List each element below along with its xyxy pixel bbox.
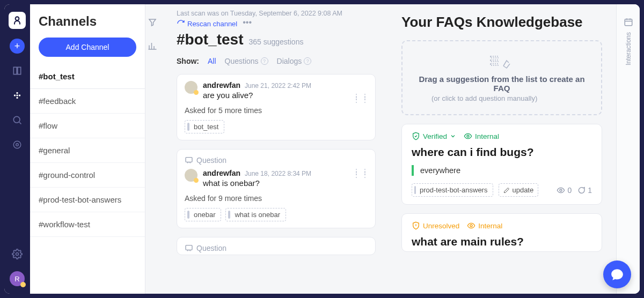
svg-point-17	[470, 225, 472, 227]
svg-point-16	[560, 189, 562, 191]
svg-rect-14	[491, 64, 498, 65]
pencil-icon	[503, 187, 510, 193]
tag[interactable]: bot_test	[185, 120, 224, 133]
svg-point-7	[13, 141, 21, 148]
gear-icon[interactable]	[10, 247, 25, 262]
faq-question: where can i find bugs?	[412, 146, 592, 159]
eye-icon	[467, 221, 475, 230]
question-icon	[185, 156, 193, 165]
faq-card[interactable]: Unresolved Internal what are main rules?	[401, 213, 602, 252]
drag-handle-icon[interactable]: ⋮⋮⋮⋮	[353, 95, 370, 101]
comment-icon	[577, 186, 586, 195]
chrome-icon[interactable]	[10, 137, 25, 152]
tag[interactable]: what is onebar	[225, 208, 286, 221]
shield-alert-icon	[412, 221, 420, 230]
svg-point-9	[16, 253, 19, 256]
update-button[interactable]: update	[499, 183, 538, 197]
shield-check-icon	[412, 132, 420, 140]
channel-item[interactable]: #feedback	[30, 89, 145, 114]
svg-point-15	[467, 135, 469, 137]
tag[interactable]: onebar	[185, 208, 221, 221]
channel-title: #bot_test	[177, 31, 243, 48]
suggestion-card[interactable]: Question	[177, 237, 376, 255]
kb-title: Your FAQs Knowledgebase	[401, 14, 602, 31]
app-logo[interactable]	[9, 12, 26, 29]
dropzone-sub-text: (or click to add question manually)	[416, 94, 537, 102]
rescan-label: Rescan channel	[187, 20, 237, 28]
faq-dropzone[interactable]: Drag a suggestion from the list to creat…	[401, 40, 602, 115]
help-icon[interactable]: ?	[261, 57, 268, 65]
status-label: Verified	[423, 132, 447, 140]
calendar-icon	[624, 17, 633, 27]
drag-handle-icon[interactable]: ⋮⋮⋮⋮	[353, 170, 370, 176]
filter-dialogs[interactable]: Dialogs ?	[277, 57, 312, 65]
svg-rect-4	[17, 97, 18, 99]
slack-icon[interactable]	[10, 88, 25, 103]
card-type-label: Question	[196, 156, 226, 165]
suggestions-panel: Last scan was on Tuesday, September 6, 2…	[165, 4, 387, 294]
svg-rect-3	[19, 95, 20, 96]
search-icon[interactable]	[10, 113, 25, 128]
channel-item[interactable]: #flow	[30, 114, 145, 138]
app-root: + R Channels Add Channel #bot_test #feed…	[4, 4, 640, 294]
faq-card[interactable]: Verified Internal where can i find bugs?…	[401, 124, 602, 205]
avatar	[185, 81, 197, 94]
message-text: are you alive?	[203, 91, 311, 100]
channel-item[interactable]: #workflow-test	[30, 212, 145, 237]
add-button[interactable]: +	[10, 39, 25, 54]
filter-all[interactable]: All	[208, 57, 216, 65]
show-label: Show:	[177, 57, 199, 65]
chat-fab[interactable]	[603, 260, 631, 288]
book-icon[interactable]	[10, 63, 25, 78]
svg-rect-1	[14, 95, 16, 96]
svg-rect-2	[17, 92, 18, 94]
suggestion-card[interactable]: Question andrewfan June 18, 2022 8:34 PM…	[177, 149, 376, 228]
chevron-down-icon	[450, 133, 456, 139]
filter-dialogs-label: Dialogs	[277, 57, 302, 65]
scope-badge[interactable]: Internal	[467, 221, 502, 230]
status-label: Unresolved	[423, 222, 459, 230]
svg-rect-18	[625, 19, 632, 26]
svg-point-6	[13, 116, 20, 123]
channels-sidebar: Channels Add Channel #bot_test #feedback…	[30, 4, 145, 294]
last-scan-text: Last scan was on Tuesday, September 6, 2…	[177, 10, 376, 17]
scope-badge[interactable]: Internal	[464, 132, 499, 140]
channel-item[interactable]: #bot_test	[30, 64, 145, 89]
add-channel-button[interactable]: Add Channel	[39, 38, 136, 57]
interactions-label: Interactions	[625, 32, 632, 65]
message-text: what is onebar?	[203, 178, 311, 188]
faq-answer: everywhere	[412, 165, 592, 176]
nav-rail: + R	[4, 4, 30, 294]
svg-rect-10	[186, 158, 192, 162]
channels-title: Channels	[30, 4, 145, 35]
svg-rect-5	[17, 95, 18, 96]
timestamp: June 18, 2022 8:34 PM	[245, 170, 311, 177]
timestamp: June 21, 2022 2:42 PM	[245, 82, 311, 90]
username: andrewfan	[203, 169, 240, 177]
update-label: update	[512, 186, 533, 194]
channel-item[interactable]: #general	[30, 138, 145, 163]
faq-tag[interactable]: prod-test-bot-answers	[412, 183, 493, 197]
dropzone-main-text: Drag a suggestion from the list to creat…	[416, 74, 587, 93]
asked-count: Asked for 9 more times	[185, 194, 368, 203]
knowledgebase-panel: Your FAQs Knowledgebase Drag a suggestio…	[387, 4, 616, 294]
scope-label: Internal	[478, 222, 502, 230]
interactions-rail[interactable]: Interactions	[616, 4, 640, 294]
filter-icon[interactable]	[145, 15, 160, 30]
status-badge[interactable]: Unresolved	[412, 221, 459, 230]
views-count: 0	[567, 186, 572, 195]
channel-item[interactable]: #prod-test-bot-answers	[30, 188, 145, 212]
views-stat: 0	[557, 186, 572, 195]
svg-point-8	[16, 144, 19, 146]
help-icon[interactable]: ?	[304, 57, 311, 65]
stats-icon[interactable]	[145, 39, 160, 54]
svg-rect-12	[491, 56, 498, 58]
drag-target-icon	[489, 53, 514, 71]
channel-item[interactable]: #ground-control	[30, 163, 145, 188]
user-avatar[interactable]: R	[10, 271, 25, 286]
suggestion-card[interactable]: andrewfan June 21, 2022 2:42 PM are you …	[177, 74, 376, 140]
rescan-button[interactable]: Rescan channel	[177, 19, 237, 28]
filter-questions[interactable]: Questions ?	[225, 57, 268, 65]
status-badge[interactable]: Verified	[412, 132, 456, 140]
comments-count: 1	[588, 186, 592, 195]
